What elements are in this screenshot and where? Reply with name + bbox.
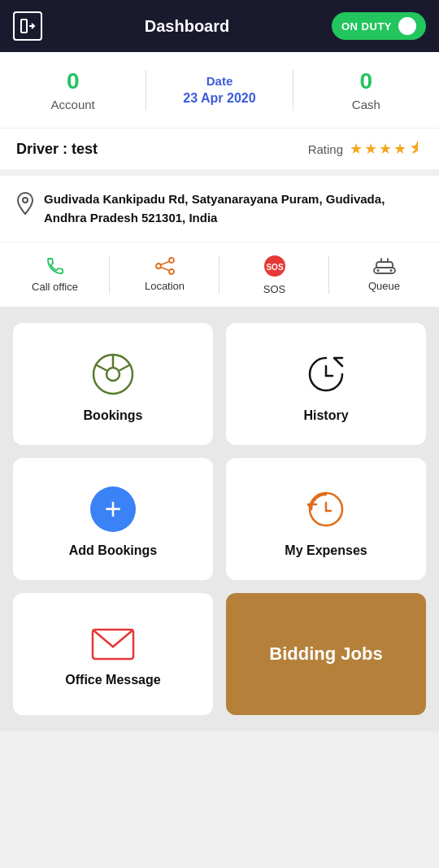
cash-value: 0 — [360, 68, 373, 94]
star-1: ★ — [350, 140, 363, 158]
on-duty-toggle[interactable]: ON DUTY — [332, 12, 426, 40]
date-stat: Date 23 Apr 2020 — [146, 74, 292, 106]
expenses-icon — [303, 486, 349, 532]
toggle-circle — [398, 17, 416, 35]
bidding-jobs-label: Bidding Jobs — [269, 643, 382, 665]
sos-icon: SOS — [263, 254, 287, 278]
sos-label: SOS — [263, 283, 285, 295]
location-address: Gudivada Kankipadu Rd, Satyanarayana Pur… — [44, 190, 423, 227]
location-tab[interactable]: Location — [110, 242, 220, 307]
account-value: 0 — [67, 68, 80, 94]
logo-icon — [13, 11, 42, 41]
my-expenses-card[interactable]: My Expenses — [226, 458, 426, 580]
svg-point-12 — [389, 269, 392, 272]
svg-line-18 — [95, 364, 106, 371]
sos-tab[interactable]: SOS SOS — [220, 242, 329, 307]
svg-text:SOS: SOS — [266, 263, 283, 272]
add-icon: + — [90, 486, 136, 532]
svg-point-3 — [156, 264, 161, 268]
history-icon — [303, 351, 349, 397]
star-3: ★ — [379, 140, 392, 158]
svg-rect-0 — [21, 20, 27, 33]
cash-label: Cash — [352, 98, 380, 111]
cash-stat: 0 Cash — [293, 68, 439, 111]
office-message-label: Office Message — [65, 673, 160, 687]
rating-label: Rating — [308, 142, 343, 156]
call-office-label: Call office — [32, 281, 78, 293]
queue-icon — [373, 257, 396, 275]
steering-icon — [90, 351, 136, 397]
location-share-icon — [154, 257, 176, 275]
svg-point-16 — [106, 368, 120, 381]
history-card[interactable]: History — [226, 323, 426, 445]
bookings-card[interactable]: Bookings — [13, 323, 213, 445]
svg-line-7 — [161, 268, 169, 271]
driver-label-prefix: Driver : — [16, 141, 72, 157]
svg-line-6 — [161, 262, 169, 265]
location-label: Location — [145, 280, 185, 292]
star-2: ★ — [364, 140, 377, 158]
bidding-jobs-card[interactable]: Bidding Jobs — [226, 593, 426, 715]
star-half: ⯨ — [408, 140, 423, 158]
history-label: History — [303, 408, 348, 423]
svg-point-11 — [376, 269, 379, 272]
rating-row: Rating ★ ★ ★ ★ ⯨ — [308, 140, 423, 158]
queue-tab[interactable]: Queue — [329, 242, 439, 307]
account-label: Account — [51, 98, 95, 111]
star-4: ★ — [393, 140, 406, 158]
account-stat: 0 Account — [0, 68, 146, 111]
header-title: Dashboard — [145, 17, 229, 36]
driver-name-value: test — [72, 141, 98, 157]
driver-info: Driver : test Rating ★ ★ ★ ★ ⯨ — [0, 128, 439, 169]
svg-line-19 — [120, 364, 131, 371]
header: Dashboard ON DUTY — [0, 0, 439, 52]
driver-name: Driver : test — [16, 141, 98, 158]
message-icon — [90, 627, 136, 661]
bookings-label: Bookings — [84, 408, 143, 423]
on-duty-label: ON DUTY — [341, 20, 392, 33]
svg-point-2 — [23, 198, 28, 203]
phone-icon — [46, 256, 65, 276]
grid-area: Bookings History + Add Bookings — [0, 307, 439, 731]
location-bar: Gudivada Kankipadu Rd, Satyanarayana Pur… — [0, 169, 439, 242]
stats-row: 0 Account Date 23 Apr 2020 0 Cash — [0, 52, 439, 128]
action-tabs: Call office Location SOS SOS — [0, 242, 439, 307]
add-bookings-card[interactable]: + Add Bookings — [13, 458, 213, 580]
date-value: 23 Apr 2020 — [183, 91, 255, 106]
call-office-tab[interactable]: Call office — [0, 242, 110, 307]
add-bookings-label: Add Bookings — [69, 543, 157, 558]
queue-label: Queue — [368, 280, 400, 292]
stars: ★ ★ ★ ★ ⯨ — [350, 140, 423, 158]
office-message-card[interactable]: Office Message — [13, 593, 213, 715]
location-pin-icon — [16, 192, 34, 215]
my-expenses-label: My Expenses — [285, 543, 367, 558]
svg-point-4 — [169, 258, 174, 263]
svg-point-5 — [169, 269, 174, 274]
date-label: Date — [206, 74, 233, 88]
